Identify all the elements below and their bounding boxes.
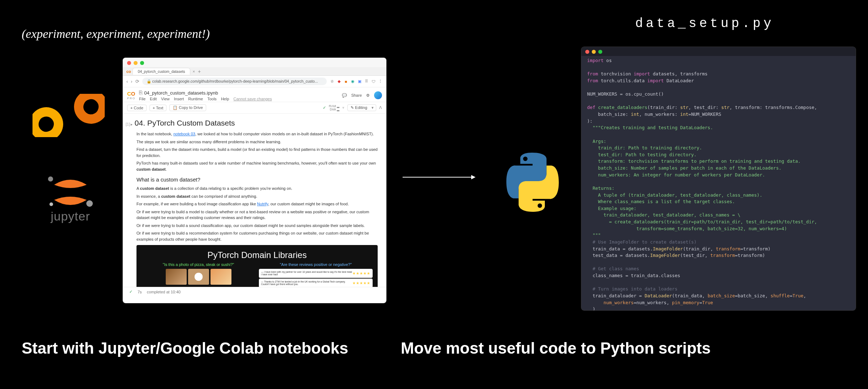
banner-question-left: "Is this a photo of pizza, steak or sush… <box>142 262 255 267</box>
ext-icon[interactable]: ⠿ <box>364 79 369 84</box>
cell-gutter: [1] <box>126 122 130 126</box>
status-time: 7s <box>138 290 142 294</box>
back-icon[interactable]: ‹ <box>126 79 128 84</box>
colab-menu-bar: File Edit View Insert Runtime Tools Help… <box>139 97 272 101</box>
handwritten-note: (experiment, experiment, experiment!) <box>22 27 210 41</box>
status-text: completed at 10:40 <box>147 290 181 294</box>
menu-help[interactable]: Help <box>221 97 229 101</box>
close-icon[interactable] <box>127 61 131 65</box>
paragraph: Or if we were trying to build a recommen… <box>136 230 378 242</box>
colab-header: CO PRO ⎘04_pytorch_custom_datasets.ipynb… <box>123 87 386 102</box>
colab-logo-small: CO PRO <box>127 91 135 100</box>
paragraph: Or if we were trying to build a sound cl… <box>136 223 378 229</box>
svg-point-2 <box>49 202 53 206</box>
review-card: — Thanks to ZTM I've landed a job in the… <box>259 279 373 287</box>
ext-icon[interactable]: ◉ <box>350 79 355 84</box>
paragraph: PyTorch has many built-in datasets used … <box>136 160 378 172</box>
browser-tab-bar: co 04_pytorch_custom_datasets × + <box>123 67 386 76</box>
banner-question-right: "Are these reviews positive or negative?… <box>259 262 373 267</box>
checkmark-icon: ✓ <box>323 105 326 110</box>
notebook-content: [1] ▸ 04. PyTorch Custom Datasets In the… <box>123 114 386 287</box>
colab-toolbar: + Code + Text 📋 Copy to Drive ✓ RAM ▂Dis… <box>123 102 386 114</box>
food-image <box>166 269 187 285</box>
jupyter-label: jupyter <box>32 209 108 223</box>
heading-h2: What is a custom dataset? <box>136 176 378 183</box>
paragraph: The steps we took are similar across man… <box>136 139 378 145</box>
expand-icon[interactable]: ᐱ <box>379 105 382 110</box>
code-editor-window: import os from torchvision import datase… <box>581 47 856 310</box>
ext-icon[interactable]: 🛡 <box>371 79 376 84</box>
paragraph: Or if we were trying to build a model to… <box>136 209 378 221</box>
colab-status-bar: ✓ 7s completed at 10:40 <box>123 287 386 296</box>
heading-h1: 04. PyTorch Custom Datasets <box>135 119 235 127</box>
comment-icon[interactable]: 💬 <box>342 93 347 98</box>
paragraph: Find a dataset, turn the dataset into nu… <box>136 147 378 158</box>
pro-badge: PRO <box>127 97 135 100</box>
svg-point-0 <box>48 176 53 182</box>
star-icon[interactable]: ☆ <box>330 79 335 84</box>
caption-right: Move most useful code to Python scripts <box>401 339 711 357</box>
extension-icons: ☆ ◆ ■ ◉ ▣ ⠿ 🛡 ⋮ <box>330 79 383 84</box>
menu-runtime[interactable]: Runtime <box>188 97 203 101</box>
minimize-icon[interactable] <box>134 61 138 65</box>
browser-toolbar: ‹ › ⟳ 🔒 colab.research.google.com/github… <box>123 76 386 87</box>
share-button[interactable]: Share <box>351 93 362 97</box>
paragraph: In essence, a custom dataset can be comp… <box>136 193 378 200</box>
window-controls <box>581 47 856 56</box>
paragraph: A custom dataset is a collection of data… <box>136 185 378 192</box>
menu-view[interactable]: View <box>161 97 170 101</box>
menu-file[interactable]: File <box>139 97 146 101</box>
menu-edit[interactable]: Edit <box>150 97 157 101</box>
editing-mode[interactable]: ✎ Editing <box>347 104 376 111</box>
paragraph: In the last notebook, notebook 03, we lo… <box>136 131 378 137</box>
add-text-button[interactable]: + Text <box>149 105 166 111</box>
window-controls <box>123 58 386 67</box>
script-filename: data_setup.py <box>635 16 774 31</box>
logo-column: jupyter <box>32 94 108 223</box>
maximize-icon[interactable] <box>140 61 144 65</box>
minimize-icon[interactable] <box>592 50 596 54</box>
arrow-right-icon <box>403 177 475 178</box>
banner-title: PyTorch Domain Libraries <box>142 250 373 260</box>
jupyter-logo: jupyter <box>32 175 108 223</box>
paragraph: For example, if we were building a food … <box>136 201 378 207</box>
review-card: — I have been with my partner for over 1… <box>259 269 373 278</box>
menu-insert[interactable]: Insert <box>174 97 184 101</box>
url-bar[interactable]: 🔒 colab.research.google.com/github/mrdbo… <box>142 78 327 85</box>
colab-browser-window: co 04_pytorch_custom_datasets × + ‹ › ⟳ … <box>123 58 386 303</box>
gear-icon[interactable]: ⚙ <box>366 93 370 98</box>
maximize-icon[interactable] <box>598 50 602 54</box>
ext-icon[interactable]: ■ <box>343 79 348 84</box>
food-image <box>188 269 209 285</box>
svg-point-1 <box>86 200 93 207</box>
notebook-03-link[interactable]: notebook 03 <box>173 132 195 136</box>
collapse-icon[interactable]: ▸ <box>131 122 133 126</box>
reload-icon[interactable]: ⟳ <box>135 79 139 84</box>
menu-icon[interactable]: ⋮ <box>378 79 383 84</box>
ext-icon[interactable]: ▣ <box>357 79 362 84</box>
menu-tools[interactable]: Tools <box>207 97 217 101</box>
caption-left: Start with Jupyter/Google Colab notebook… <box>22 339 348 357</box>
code-content: import os from torchvision import datase… <box>581 56 856 310</box>
cannot-save-label: Cannot save changes <box>234 97 272 101</box>
add-code-button[interactable]: + Code <box>127 105 147 111</box>
copy-to-drive-button[interactable]: 📋 Copy to Drive <box>169 104 206 111</box>
new-tab-button[interactable]: + <box>198 69 201 74</box>
user-avatar[interactable] <box>374 91 382 99</box>
python-logo <box>502 152 563 214</box>
url-text: colab.research.google.com/github/mrdbour… <box>152 79 318 83</box>
nutrify-link[interactable]: Nutrify <box>257 202 268 206</box>
domain-libraries-banner: PyTorch Domain Libraries "Is this a phot… <box>136 245 378 287</box>
food-image <box>211 269 231 285</box>
ext-icon[interactable]: ◆ <box>337 79 342 84</box>
colab-logo <box>32 94 108 139</box>
close-icon[interactable] <box>585 50 589 54</box>
notebook-name[interactable]: ⎘04_pytorch_custom_datasets.ipynb <box>139 89 272 96</box>
forward-icon[interactable]: › <box>131 79 132 84</box>
tab-favicon: co <box>126 69 131 74</box>
resource-meter[interactable]: RAM ▂Disk ▂ <box>329 105 340 111</box>
checkmark-icon: ✓ <box>129 289 133 294</box>
browser-tab[interactable]: 04_pytorch_custom_datasets <box>133 68 191 75</box>
